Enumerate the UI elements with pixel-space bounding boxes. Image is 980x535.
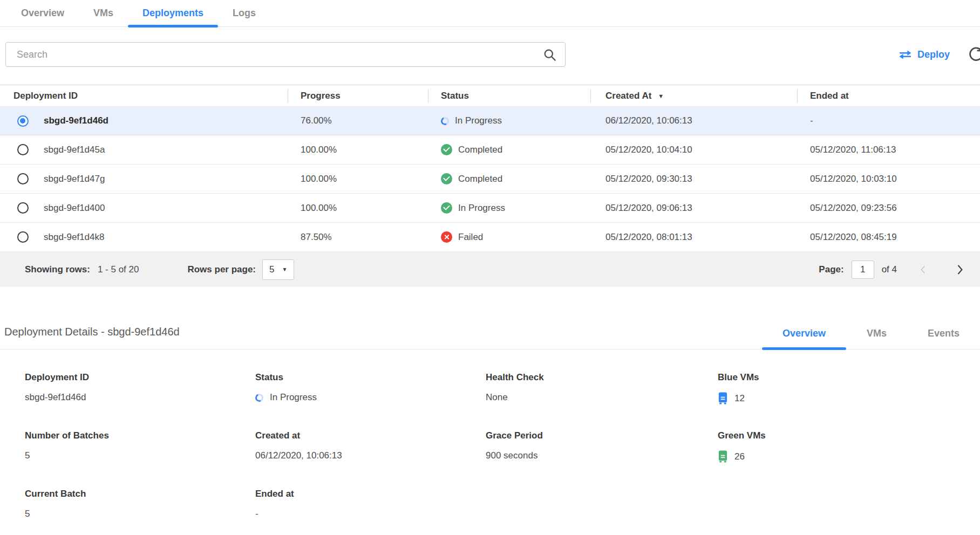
rows-per-page-label: Rows per page: <box>187 264 256 275</box>
deployments-table: Deployment ID Progress Status Created At… <box>0 85 980 287</box>
chevron-down-icon: ▼ <box>282 266 288 272</box>
header-progress: Progress <box>288 85 428 106</box>
row-radio[interactable] <box>17 115 29 127</box>
field-ended-at: Ended at - <box>255 489 486 519</box>
deployment-id: sbgd-9ef1d47g <box>44 174 105 184</box>
page-total: of 4 <box>882 264 897 275</box>
field-value: - <box>255 509 486 519</box>
tab-logs[interactable]: Logs <box>218 0 270 26</box>
header-created-at[interactable]: Created At ▼ <box>590 85 797 106</box>
field-label: Ended at <box>255 489 486 499</box>
ended-at-value: 05/12/2020, 09:23:56 <box>797 203 980 214</box>
field-grace-period: Grace Period 900 seconds <box>486 430 718 463</box>
deployment-id: sbgd-9ef1d46d <box>44 115 108 126</box>
field-value: 06/12/2020, 10:06:13 <box>255 450 486 461</box>
progress-value: 100.00% <box>288 145 428 155</box>
status-in-progress-icon <box>440 115 450 126</box>
tab-overview-label: Overview <box>21 8 64 19</box>
field-created-at: Created at 06/12/2020, 10:06:13 <box>255 430 486 463</box>
field-label: Created at <box>255 430 486 441</box>
toolbar: Deploy <box>5 42 980 67</box>
details-tabbar: Overview VMs Events <box>762 328 980 349</box>
search-input[interactable] <box>5 42 566 67</box>
search-icon <box>542 47 557 64</box>
created-at-value: 06/12/2020, 10:06:13 <box>590 115 797 126</box>
table-row[interactable]: sbgd-9ef1d4k8 87.50% Failed 05/12/2020, … <box>0 223 980 252</box>
field-green-vms: Green VMs 26 <box>718 430 980 463</box>
row-radio[interactable] <box>17 173 29 184</box>
field-label: Grace Period <box>486 430 718 441</box>
field-label: Status <box>255 372 486 383</box>
progress-value: 100.00% <box>288 174 428 184</box>
ended-at-value: 05/12/2020, 10:03:10 <box>797 174 980 184</box>
field-value: None <box>486 392 718 403</box>
details-tab-overview[interactable]: Overview <box>762 328 846 349</box>
field-value: 5 <box>25 450 255 461</box>
status-completed-icon <box>441 173 452 184</box>
field-status: Status In Progress <box>255 372 486 404</box>
header-ended-at-label: Ended at <box>810 91 849 101</box>
details-grid: Deployment ID sbgd-9ef1d46d Status In Pr… <box>0 372 980 535</box>
status-completed-icon <box>441 202 452 214</box>
status-failed-icon <box>441 231 452 243</box>
status-completed-icon <box>441 144 452 155</box>
details-title: Deployment Details - sbgd-9ef1d46d <box>4 326 180 349</box>
field-label: Number of Batches <box>25 430 255 441</box>
details-tab-vms[interactable]: VMs <box>846 328 907 349</box>
details-tab-events[interactable]: Events <box>907 328 980 349</box>
progress-value: 87.50% <box>288 232 428 243</box>
tab-overview[interactable]: Overview <box>6 0 79 26</box>
field-value: 5 <box>25 509 255 519</box>
deploy-button[interactable]: Deploy <box>899 49 950 60</box>
table-row[interactable]: sbgd-9ef1d45a 100.00% Completed 05/12/20… <box>0 135 980 164</box>
sort-desc-icon[interactable]: ▼ <box>658 93 664 99</box>
tab-vms-label: VMs <box>93 8 113 19</box>
header-progress-label: Progress <box>301 91 341 101</box>
main-tabbar: Overview VMs Deployments Logs <box>0 0 980 27</box>
details-header: Deployment Details - sbgd-9ef1d46d Overv… <box>0 326 980 349</box>
progress-value: 76.00% <box>288 115 428 126</box>
page-label: Page: <box>819 264 843 275</box>
field-number-of-batches: Number of Batches 5 <box>25 430 255 463</box>
created-at-value: 05/12/2020, 10:04:10 <box>590 145 797 155</box>
showing-rows-value: 1 - 5 of 20 <box>98 264 139 275</box>
deployment-id: sbgd-9ef1d4k8 <box>44 232 104 243</box>
tab-deployments[interactable]: Deployments <box>128 0 218 26</box>
table-row[interactable]: sbgd-9ef1d400 100.00% In Progress 05/12/… <box>0 194 980 223</box>
prev-page-button[interactable] <box>917 264 929 276</box>
table-row[interactable]: sbgd-9ef1d46d 76.00% In Progress 06/12/2… <box>0 106 980 135</box>
table-footer: Showing rows: 1 - 5 of 20 Rows per page:… <box>0 252 980 287</box>
field-blue-vms: Blue VMs 12 <box>718 372 980 404</box>
field-deployment-id: Deployment ID sbgd-9ef1d46d <box>25 372 255 404</box>
row-radio[interactable] <box>17 144 29 155</box>
tab-vms[interactable]: VMs <box>79 0 128 26</box>
ended-at-value: 05/12/2020, 11:06:13 <box>797 145 980 155</box>
rows-per-page-value: 5 <box>269 264 274 275</box>
field-label: Health Check <box>486 372 718 383</box>
status-label: Completed <box>458 145 502 155</box>
pager: Page: of 4 <box>819 260 966 279</box>
row-radio[interactable] <box>17 202 29 214</box>
field-label: Current Batch <box>25 489 255 499</box>
header-status: Status <box>428 85 590 106</box>
page-input[interactable] <box>852 260 874 279</box>
refresh-icon[interactable] <box>967 44 980 65</box>
details-tab-events-label: Events <box>928 328 959 339</box>
header-deployment-id: Deployment ID <box>0 85 288 106</box>
deploy-swap-icon <box>899 49 912 60</box>
status-label: In Progress <box>455 115 502 126</box>
next-page-button[interactable] <box>953 263 966 276</box>
deployment-id: sbgd-9ef1d400 <box>44 203 105 214</box>
tab-logs-label: Logs <box>233 8 256 19</box>
field-health-check: Health Check None <box>486 372 718 404</box>
details-tab-overview-label: Overview <box>782 328 826 339</box>
header-status-label: Status <box>441 91 469 101</box>
row-radio[interactable] <box>17 231 29 243</box>
progress-value: 100.00% <box>288 203 428 214</box>
created-at-value: 05/12/2020, 09:06:13 <box>590 203 797 214</box>
status-label: Failed <box>458 232 483 243</box>
rows-per-page-select[interactable]: 5 ▼ <box>262 259 294 280</box>
table-row[interactable]: sbgd-9ef1d47g 100.00% Completed 05/12/20… <box>0 164 980 194</box>
tab-deployments-label: Deployments <box>142 8 203 19</box>
details-tab-vms-label: VMs <box>867 328 887 339</box>
